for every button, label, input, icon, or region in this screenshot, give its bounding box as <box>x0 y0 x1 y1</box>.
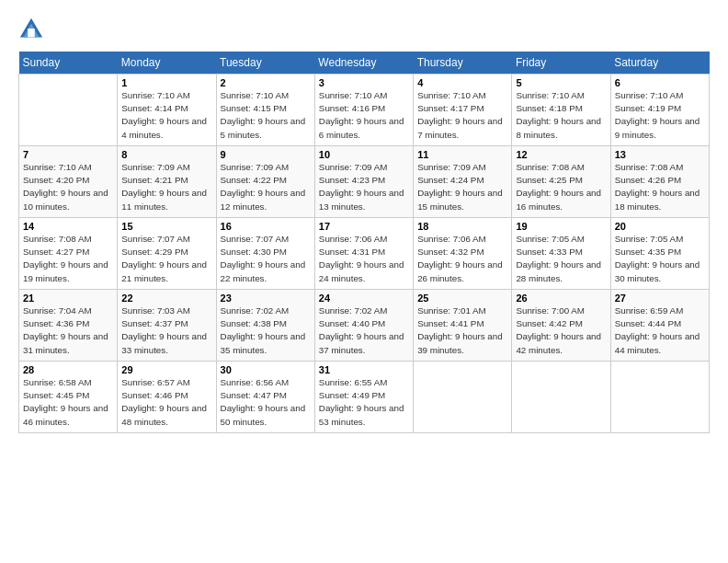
calendar-cell: 7 Sunrise: 7:10 AMSunset: 4:20 PMDayligh… <box>19 146 118 218</box>
day-sunrise: Sunrise: 7:07 AMSunset: 4:29 PMDaylight:… <box>121 234 207 283</box>
calendar-week-row: 7 Sunrise: 7:10 AMSunset: 4:20 PMDayligh… <box>19 146 710 218</box>
col-header-saturday: Saturday <box>610 52 709 75</box>
day-number: 4 <box>417 77 507 88</box>
day-sunrise: Sunrise: 6:59 AMSunset: 4:44 PMDaylight:… <box>615 305 700 355</box>
calendar-cell: 5 Sunrise: 7:10 AMSunset: 4:18 PMDayligh… <box>512 75 610 146</box>
day-number: 15 <box>121 221 211 232</box>
day-number: 12 <box>516 149 606 160</box>
day-number: 29 <box>121 364 211 375</box>
day-number: 16 <box>221 221 311 232</box>
calendar-week-row: 14 Sunrise: 7:08 AMSunset: 4:27 PMDaylig… <box>19 218 710 290</box>
calendar-cell: 14 Sunrise: 7:08 AMSunset: 4:27 PMDaylig… <box>19 218 118 290</box>
col-header-tuesday: Tuesday <box>216 52 314 75</box>
calendar-cell: 27 Sunrise: 6:59 AMSunset: 4:44 PMDaylig… <box>610 290 709 362</box>
day-sunrise: Sunrise: 6:58 AMSunset: 4:45 PMDaylight:… <box>23 377 108 427</box>
day-sunrise: Sunrise: 7:06 AMSunset: 4:32 PMDaylight:… <box>417 234 503 283</box>
day-sunrise: Sunrise: 7:10 AMSunset: 4:20 PMDaylight:… <box>23 162 108 212</box>
day-sunrise: Sunrise: 7:08 AMSunset: 4:27 PMDaylight:… <box>23 234 108 283</box>
calendar-header-row: SundayMondayTuesdayWednesdayThursdayFrid… <box>19 52 710 75</box>
calendar-cell: 3 Sunrise: 7:10 AMSunset: 4:16 PMDayligh… <box>314 75 413 146</box>
calendar-cell: 26 Sunrise: 7:00 AMSunset: 4:42 PMDaylig… <box>512 290 610 362</box>
day-number: 1 <box>121 77 211 88</box>
day-sunrise: Sunrise: 7:04 AMSunset: 4:36 PMDaylight:… <box>23 305 108 355</box>
day-number: 31 <box>319 364 409 375</box>
calendar-cell: 9 Sunrise: 7:09 AMSunset: 4:22 PMDayligh… <box>216 146 314 218</box>
day-number: 6 <box>615 77 705 88</box>
col-header-sunday: Sunday <box>19 52 118 75</box>
svg-rect-2 <box>28 29 34 37</box>
calendar-cell: 4 Sunrise: 7:10 AMSunset: 4:17 PMDayligh… <box>414 75 512 146</box>
calendar-week-row: 1 Sunrise: 7:10 AMSunset: 4:14 PMDayligh… <box>19 75 710 146</box>
day-sunrise: Sunrise: 7:10 AMSunset: 4:18 PMDaylight:… <box>516 90 601 140</box>
day-number: 19 <box>516 221 606 232</box>
day-sunrise: Sunrise: 6:57 AMSunset: 4:46 PMDaylight:… <box>121 377 207 427</box>
day-number: 20 <box>615 221 705 232</box>
day-sunrise: Sunrise: 7:05 AMSunset: 4:33 PMDaylight:… <box>516 234 601 283</box>
day-number: 18 <box>417 221 507 232</box>
day-number: 27 <box>615 293 705 304</box>
calendar-cell <box>414 362 512 433</box>
logo <box>18 17 48 42</box>
day-number: 30 <box>221 364 311 375</box>
day-sunrise: Sunrise: 7:07 AMSunset: 4:30 PMDaylight:… <box>221 234 306 283</box>
calendar-cell <box>610 362 709 433</box>
day-number: 21 <box>23 293 113 304</box>
calendar-cell: 8 Sunrise: 7:09 AMSunset: 4:21 PMDayligh… <box>118 146 216 218</box>
calendar-cell <box>19 75 118 146</box>
day-number: 7 <box>23 149 113 160</box>
calendar-cell: 21 Sunrise: 7:04 AMSunset: 4:36 PMDaylig… <box>19 290 118 362</box>
header <box>18 17 710 42</box>
calendar-cell: 29 Sunrise: 6:57 AMSunset: 4:46 PMDaylig… <box>118 362 216 433</box>
day-sunrise: Sunrise: 7:01 AMSunset: 4:41 PMDaylight:… <box>417 305 503 355</box>
day-sunrise: Sunrise: 7:09 AMSunset: 4:24 PMDaylight:… <box>417 162 503 212</box>
day-number: 22 <box>121 293 211 304</box>
day-sunrise: Sunrise: 7:06 AMSunset: 4:31 PMDaylight:… <box>319 234 404 283</box>
day-sunrise: Sunrise: 7:08 AMSunset: 4:26 PMDaylight:… <box>615 162 700 212</box>
calendar-cell: 1 Sunrise: 7:10 AMSunset: 4:14 PMDayligh… <box>118 75 216 146</box>
day-sunrise: Sunrise: 7:09 AMSunset: 4:22 PMDaylight:… <box>221 162 306 212</box>
day-sunrise: Sunrise: 7:10 AMSunset: 4:19 PMDaylight:… <box>615 90 700 140</box>
calendar-cell: 30 Sunrise: 6:56 AMSunset: 4:47 PMDaylig… <box>216 362 314 433</box>
day-number: 10 <box>319 149 409 160</box>
calendar-cell: 12 Sunrise: 7:08 AMSunset: 4:25 PMDaylig… <box>512 146 610 218</box>
col-header-thursday: Thursday <box>414 52 512 75</box>
day-number: 28 <box>23 364 113 375</box>
calendar-cell: 10 Sunrise: 7:09 AMSunset: 4:23 PMDaylig… <box>314 146 413 218</box>
col-header-wednesday: Wednesday <box>314 52 413 75</box>
calendar-cell: 25 Sunrise: 7:01 AMSunset: 4:41 PMDaylig… <box>414 290 512 362</box>
day-number: 9 <box>221 149 311 160</box>
calendar-cell: 23 Sunrise: 7:02 AMSunset: 4:38 PMDaylig… <box>216 290 314 362</box>
calendar-cell: 18 Sunrise: 7:06 AMSunset: 4:32 PMDaylig… <box>414 218 512 290</box>
day-sunrise: Sunrise: 6:56 AMSunset: 4:47 PMDaylight:… <box>221 377 306 427</box>
calendar-week-row: 28 Sunrise: 6:58 AMSunset: 4:45 PMDaylig… <box>19 362 710 433</box>
day-number: 23 <box>221 293 311 304</box>
calendar-cell: 16 Sunrise: 7:07 AMSunset: 4:30 PMDaylig… <box>216 218 314 290</box>
calendar-cell: 22 Sunrise: 7:03 AMSunset: 4:37 PMDaylig… <box>118 290 216 362</box>
calendar-cell <box>512 362 610 433</box>
page: SundayMondayTuesdayWednesdayThursdayFrid… <box>0 0 728 563</box>
day-sunrise: Sunrise: 7:10 AMSunset: 4:16 PMDaylight:… <box>319 90 404 140</box>
calendar-cell: 2 Sunrise: 7:10 AMSunset: 4:15 PMDayligh… <box>216 75 314 146</box>
day-sunrise: Sunrise: 7:08 AMSunset: 4:25 PMDaylight:… <box>516 162 601 212</box>
calendar-cell: 28 Sunrise: 6:58 AMSunset: 4:45 PMDaylig… <box>19 362 118 433</box>
day-number: 11 <box>417 149 507 160</box>
day-sunrise: Sunrise: 7:09 AMSunset: 4:21 PMDaylight:… <box>121 162 207 212</box>
day-number: 24 <box>319 293 409 304</box>
calendar-cell: 6 Sunrise: 7:10 AMSunset: 4:19 PMDayligh… <box>610 75 709 146</box>
day-sunrise: Sunrise: 7:10 AMSunset: 4:15 PMDaylight:… <box>221 90 306 140</box>
calendar-cell: 20 Sunrise: 7:05 AMSunset: 4:35 PMDaylig… <box>610 218 709 290</box>
calendar-cell: 31 Sunrise: 6:55 AMSunset: 4:49 PMDaylig… <box>314 362 413 433</box>
day-number: 26 <box>516 293 606 304</box>
day-sunrise: Sunrise: 7:10 AMSunset: 4:17 PMDaylight:… <box>417 90 503 140</box>
day-number: 2 <box>221 77 311 88</box>
calendar-table: SundayMondayTuesdayWednesdayThursdayFrid… <box>18 52 710 433</box>
calendar-cell: 13 Sunrise: 7:08 AMSunset: 4:26 PMDaylig… <box>610 146 709 218</box>
col-header-monday: Monday <box>118 52 216 75</box>
day-number: 17 <box>319 221 409 232</box>
calendar-cell: 17 Sunrise: 7:06 AMSunset: 4:31 PMDaylig… <box>314 218 413 290</box>
day-sunrise: Sunrise: 6:55 AMSunset: 4:49 PMDaylight:… <box>319 377 404 427</box>
day-sunrise: Sunrise: 7:10 AMSunset: 4:14 PMDaylight:… <box>121 90 207 140</box>
day-number: 14 <box>23 221 113 232</box>
calendar-cell: 11 Sunrise: 7:09 AMSunset: 4:24 PMDaylig… <box>414 146 512 218</box>
day-sunrise: Sunrise: 7:02 AMSunset: 4:38 PMDaylight:… <box>221 305 306 355</box>
